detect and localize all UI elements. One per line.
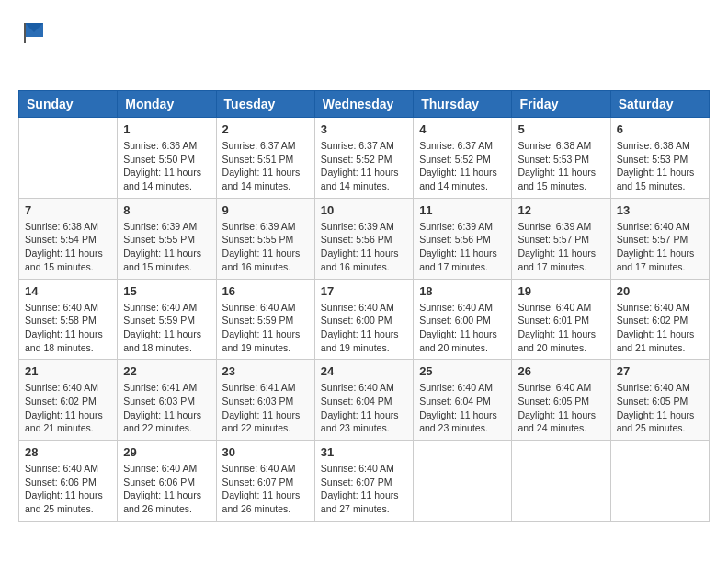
day-number: 16 <box>222 284 309 298</box>
calendar-week-2: 7Sunrise: 6:38 AMSunset: 5:54 PMDaylight… <box>19 198 710 279</box>
day-number: 25 <box>419 364 506 378</box>
day-info: Sunrise: 6:39 AMSunset: 5:55 PMDaylight:… <box>123 220 210 274</box>
calendar-cell: 15Sunrise: 6:40 AMSunset: 5:59 PMDayligh… <box>118 279 216 360</box>
day-number: 19 <box>518 284 604 298</box>
day-number: 7 <box>25 203 111 217</box>
day-number: 29 <box>123 445 210 459</box>
column-header-monday: Monday <box>118 91 216 118</box>
calendar-cell: 1Sunrise: 6:36 AMSunset: 5:50 PMDaylight… <box>118 118 216 199</box>
calendar-cell: 19Sunrise: 6:40 AMSunset: 6:01 PMDayligh… <box>512 279 610 360</box>
calendar-week-5: 28Sunrise: 6:40 AMSunset: 6:06 PMDayligh… <box>19 441 710 522</box>
day-number: 23 <box>222 364 309 378</box>
calendar-cell <box>19 118 118 199</box>
day-info: Sunrise: 6:39 AMSunset: 5:56 PMDaylight:… <box>321 220 407 274</box>
column-header-wednesday: Wednesday <box>314 91 413 118</box>
calendar-cell <box>512 441 610 522</box>
day-info: Sunrise: 6:41 AMSunset: 6:03 PMDaylight:… <box>222 381 309 435</box>
calendar-cell: 30Sunrise: 6:40 AMSunset: 6:07 PMDayligh… <box>216 441 314 522</box>
day-number: 18 <box>419 284 506 298</box>
calendar-cell: 28Sunrise: 6:40 AMSunset: 6:06 PMDayligh… <box>19 441 118 522</box>
calendar-cell: 26Sunrise: 6:40 AMSunset: 6:05 PMDayligh… <box>512 360 610 441</box>
logo-flag-icon <box>20 18 48 46</box>
column-header-sunday: Sunday <box>19 91 118 118</box>
calendar-cell: 8Sunrise: 6:39 AMSunset: 5:55 PMDaylight… <box>118 198 216 279</box>
calendar-table: SundayMondayTuesdayWednesdayThursdayFrid… <box>18 90 710 522</box>
calendar-cell <box>610 441 709 522</box>
calendar-cell: 27Sunrise: 6:40 AMSunset: 6:05 PMDayligh… <box>610 360 709 441</box>
day-number: 9 <box>222 203 309 217</box>
day-number: 6 <box>617 122 703 136</box>
column-header-saturday: Saturday <box>610 91 709 118</box>
day-info: Sunrise: 6:37 AMSunset: 5:52 PMDaylight:… <box>321 139 407 193</box>
day-info: Sunrise: 6:40 AMSunset: 5:58 PMDaylight:… <box>25 301 111 355</box>
day-info: Sunrise: 6:40 AMSunset: 6:04 PMDaylight:… <box>419 381 506 435</box>
day-number: 5 <box>518 122 604 136</box>
calendar-cell: 4Sunrise: 6:37 AMSunset: 5:52 PMDaylight… <box>414 118 512 199</box>
calendar-cell: 6Sunrise: 6:38 AMSunset: 5:53 PMDaylight… <box>610 118 709 199</box>
day-info: Sunrise: 6:40 AMSunset: 6:02 PMDaylight:… <box>25 381 111 435</box>
day-info: Sunrise: 6:38 AMSunset: 5:54 PMDaylight:… <box>25 220 111 274</box>
page-header <box>18 18 710 75</box>
calendar-cell: 12Sunrise: 6:39 AMSunset: 5:57 PMDayligh… <box>512 198 610 279</box>
calendar-cell: 14Sunrise: 6:40 AMSunset: 5:58 PMDayligh… <box>19 279 118 360</box>
day-number: 31 <box>321 445 407 459</box>
day-number: 14 <box>25 284 111 298</box>
day-info: Sunrise: 6:37 AMSunset: 5:51 PMDaylight:… <box>222 139 309 193</box>
calendar-cell: 10Sunrise: 6:39 AMSunset: 5:56 PMDayligh… <box>314 198 413 279</box>
calendar-cell: 23Sunrise: 6:41 AMSunset: 6:03 PMDayligh… <box>216 360 314 441</box>
day-info: Sunrise: 6:40 AMSunset: 5:57 PMDaylight:… <box>617 220 703 274</box>
calendar-week-3: 14Sunrise: 6:40 AMSunset: 5:58 PMDayligh… <box>19 279 710 360</box>
calendar-cell: 25Sunrise: 6:40 AMSunset: 6:04 PMDayligh… <box>414 360 512 441</box>
calendar-cell: 22Sunrise: 6:41 AMSunset: 6:03 PMDayligh… <box>118 360 216 441</box>
calendar-cell: 11Sunrise: 6:39 AMSunset: 5:56 PMDayligh… <box>414 198 512 279</box>
day-number: 12 <box>518 203 604 217</box>
day-number: 24 <box>321 364 407 378</box>
day-info: Sunrise: 6:39 AMSunset: 5:55 PMDaylight:… <box>222 220 309 274</box>
day-number: 13 <box>617 203 703 217</box>
day-number: 11 <box>419 203 506 217</box>
logo <box>18 18 48 75</box>
day-number: 8 <box>123 203 210 217</box>
day-number: 27 <box>617 364 703 378</box>
day-number: 17 <box>321 284 407 298</box>
day-info: Sunrise: 6:40 AMSunset: 6:00 PMDaylight:… <box>321 301 407 355</box>
day-info: Sunrise: 6:40 AMSunset: 6:06 PMDaylight:… <box>25 462 111 516</box>
day-number: 22 <box>123 364 210 378</box>
column-header-tuesday: Tuesday <box>216 91 314 118</box>
day-info: Sunrise: 6:40 AMSunset: 6:05 PMDaylight:… <box>518 381 604 435</box>
day-number: 2 <box>222 122 309 136</box>
day-info: Sunrise: 6:36 AMSunset: 5:50 PMDaylight:… <box>123 139 210 193</box>
day-number: 1 <box>123 122 210 136</box>
day-info: Sunrise: 6:37 AMSunset: 5:52 PMDaylight:… <box>419 139 506 193</box>
column-header-friday: Friday <box>512 91 610 118</box>
calendar-cell: 24Sunrise: 6:40 AMSunset: 6:04 PMDayligh… <box>314 360 413 441</box>
calendar-cell: 13Sunrise: 6:40 AMSunset: 5:57 PMDayligh… <box>610 198 709 279</box>
day-number: 15 <box>123 284 210 298</box>
calendar-week-1: 1Sunrise: 6:36 AMSunset: 5:50 PMDaylight… <box>19 118 710 199</box>
day-info: Sunrise: 6:38 AMSunset: 5:53 PMDaylight:… <box>518 139 604 193</box>
calendar-cell: 18Sunrise: 6:40 AMSunset: 6:00 PMDayligh… <box>414 279 512 360</box>
calendar-cell: 7Sunrise: 6:38 AMSunset: 5:54 PMDaylight… <box>19 198 118 279</box>
day-info: Sunrise: 6:39 AMSunset: 5:57 PMDaylight:… <box>518 220 604 274</box>
day-info: Sunrise: 6:40 AMSunset: 5:59 PMDaylight:… <box>222 301 309 355</box>
calendar-cell: 29Sunrise: 6:40 AMSunset: 6:06 PMDayligh… <box>118 441 216 522</box>
day-info: Sunrise: 6:40 AMSunset: 6:02 PMDaylight:… <box>617 301 703 355</box>
calendar-cell: 3Sunrise: 6:37 AMSunset: 5:52 PMDaylight… <box>314 118 413 199</box>
day-number: 26 <box>518 364 604 378</box>
day-info: Sunrise: 6:40 AMSunset: 6:00 PMDaylight:… <box>419 301 506 355</box>
day-info: Sunrise: 6:40 AMSunset: 6:07 PMDaylight:… <box>222 462 309 516</box>
day-number: 21 <box>25 364 111 378</box>
day-number: 28 <box>25 445 111 459</box>
calendar-cell: 9Sunrise: 6:39 AMSunset: 5:55 PMDaylight… <box>216 198 314 279</box>
calendar-cell: 5Sunrise: 6:38 AMSunset: 5:53 PMDaylight… <box>512 118 610 199</box>
calendar-cell: 16Sunrise: 6:40 AMSunset: 5:59 PMDayligh… <box>216 279 314 360</box>
day-number: 10 <box>321 203 407 217</box>
day-info: Sunrise: 6:41 AMSunset: 6:03 PMDaylight:… <box>123 381 210 435</box>
day-info: Sunrise: 6:40 AMSunset: 6:05 PMDaylight:… <box>617 381 703 435</box>
day-number: 20 <box>617 284 703 298</box>
calendar-header-row: SundayMondayTuesdayWednesdayThursdayFrid… <box>19 91 710 118</box>
day-info: Sunrise: 6:40 AMSunset: 6:06 PMDaylight:… <box>123 462 210 516</box>
svg-rect-2 <box>24 23 26 43</box>
calendar-cell: 31Sunrise: 6:40 AMSunset: 6:07 PMDayligh… <box>314 441 413 522</box>
day-number: 3 <box>321 122 407 136</box>
